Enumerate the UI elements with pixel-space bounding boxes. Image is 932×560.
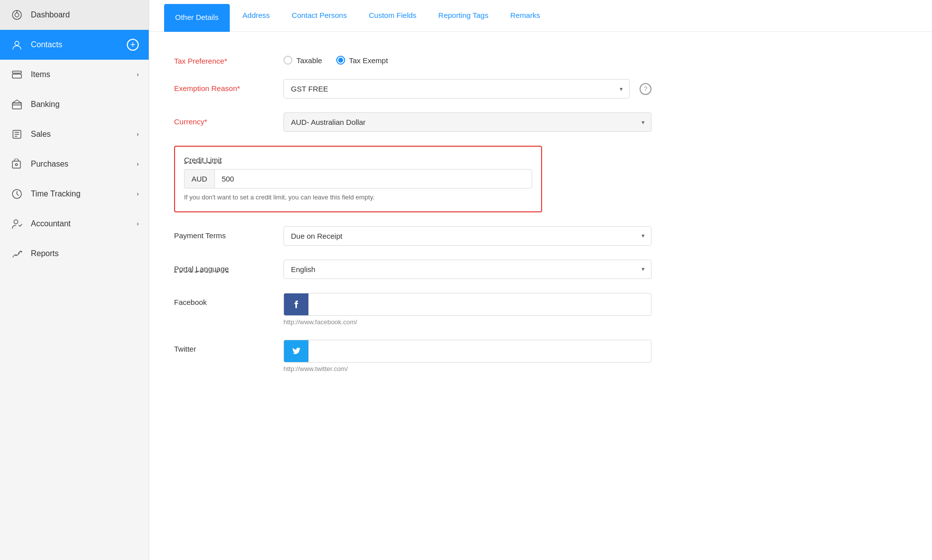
twitter-input-wrap	[283, 340, 652, 363]
facebook-controls: http://www.facebook.com/	[283, 293, 652, 326]
reports-icon	[10, 247, 24, 261]
exemption-reason-select[interactable]: GST FREE Other	[283, 79, 630, 98]
credit-limit-box: Credit Limit AUD If you don't want to se…	[174, 146, 542, 212]
svg-point-13	[18, 253, 20, 254]
svg-point-14	[21, 251, 22, 253]
currency-label: Currency*	[174, 112, 283, 126]
sidebar-item-label: Reports	[31, 249, 59, 258]
svg-point-1	[15, 13, 19, 17]
sidebar-item-accountant[interactable]: Accountant ›	[0, 209, 149, 239]
exemption-reason-label: Exemption Reason*	[174, 79, 283, 93]
sidebar-item-items[interactable]: Items ›	[0, 60, 149, 90]
sidebar-item-label: Contacts	[31, 40, 62, 49]
tab-contact-persons[interactable]: Contact Persons	[283, 0, 356, 32]
svg-rect-6	[12, 103, 21, 109]
currency-select[interactable]: AUD- Australian Dollar USD- US Dollar	[283, 112, 652, 132]
main-content: Other Details Address Contact Persons Cu…	[149, 0, 932, 560]
sidebar-item-label: Time Tracking	[31, 189, 81, 198]
payment-terms-select[interactable]: Due on Receipt Net 30 Net 60	[283, 226, 652, 246]
sidebar-item-label: Accountant	[31, 219, 71, 228]
twitter-controls: http://www.twitter.com/	[283, 340, 652, 373]
tax-exempt-radio[interactable]	[336, 56, 345, 65]
chevron-right-icon: ›	[137, 220, 139, 227]
clock-icon	[10, 187, 24, 201]
tab-remarks[interactable]: Remarks	[501, 0, 549, 32]
twitter-url-hint: http://www.twitter.com/	[283, 365, 652, 373]
facebook-url-hint: http://www.facebook.com/	[283, 318, 652, 326]
svg-point-3	[15, 41, 19, 45]
currency-controls: AUD- Australian Dollar USD- US Dollar ▾	[283, 112, 652, 132]
credit-limit-input-row: AUD	[184, 169, 532, 188]
svg-point-9	[15, 164, 17, 166]
twitter-label: Twitter	[174, 340, 283, 353]
portal-language-controls: English French Spanish ▾	[283, 260, 652, 279]
currency-select-wrap: AUD- Australian Dollar USD- US Dollar ▾	[283, 112, 652, 132]
credit-limit-label: Credit Limit	[184, 156, 532, 164]
banking-icon	[10, 97, 24, 111]
tab-reporting-tags[interactable]: Reporting Tags	[429, 0, 497, 32]
items-icon	[10, 68, 24, 82]
portal-language-label: Portal Language	[174, 260, 283, 273]
twitter-icon	[284, 340, 309, 362]
payment-terms-label: Payment Terms	[174, 226, 283, 240]
portal-language-select-wrap: English French Spanish ▾	[283, 260, 652, 279]
credit-limit-currency-badge: AUD	[184, 169, 214, 188]
sidebar-item-time-tracking[interactable]: Time Tracking ›	[0, 179, 149, 209]
tax-preference-label: Tax Preference*	[174, 52, 283, 65]
svg-rect-5	[12, 74, 21, 78]
chevron-right-icon: ›	[137, 131, 139, 138]
facebook-label: Facebook	[174, 293, 283, 306]
svg-rect-8	[12, 161, 20, 168]
tab-other-details[interactable]: Other Details	[164, 4, 230, 32]
currency-row: Currency* AUD- Australian Dollar USD- US…	[174, 112, 907, 132]
portal-language-row: Portal Language English French Spanish ▾	[174, 260, 907, 279]
twitter-input[interactable]	[309, 342, 651, 360]
tax-preference-row: Tax Preference* Taxable Tax Exempt	[174, 52, 907, 65]
sidebar-item-label: Purchases	[31, 160, 69, 169]
tab-bar: Other Details Address Contact Persons Cu…	[149, 0, 932, 32]
sidebar-item-reports[interactable]: Reports	[0, 239, 149, 269]
twitter-row: Twitter http://www.twitter.com/	[174, 340, 907, 373]
credit-limit-help-text: If you don't want to set a credit limit,…	[184, 192, 532, 202]
facebook-input-wrap	[283, 293, 652, 316]
exemption-reason-row: Exemption Reason* GST FREE Other ▾ ?	[174, 79, 907, 98]
sidebar-item-label: Banking	[31, 100, 60, 109]
contacts-add-button[interactable]: +	[127, 39, 139, 51]
taxable-radio[interactable]	[283, 56, 292, 65]
taxable-radio-label[interactable]: Taxable	[283, 56, 322, 65]
exemption-reason-help-icon[interactable]: ?	[640, 83, 652, 95]
sidebar-item-sales[interactable]: Sales ›	[0, 119, 149, 149]
tax-preference-controls: Taxable Tax Exempt	[283, 52, 652, 65]
tax-exempt-label: Tax Exempt	[349, 56, 388, 65]
sidebar-item-label: Dashboard	[31, 10, 70, 19]
exemption-reason-controls: GST FREE Other ▾ ?	[283, 79, 652, 98]
accountant-icon	[10, 217, 24, 231]
contacts-icon	[10, 38, 24, 52]
sales-icon	[10, 127, 24, 141]
chevron-right-icon: ›	[137, 161, 139, 168]
tab-custom-fields[interactable]: Custom Fields	[360, 0, 425, 32]
facebook-icon	[284, 293, 309, 315]
taxable-label: Taxable	[296, 56, 322, 65]
tab-address[interactable]: Address	[234, 0, 279, 32]
svg-point-12	[15, 255, 17, 256]
sidebar-item-label: Items	[31, 70, 50, 79]
exemption-reason-select-wrap: GST FREE Other ▾	[283, 79, 630, 98]
chevron-right-icon: ›	[137, 71, 139, 78]
sidebar-item-dashboard[interactable]: Dashboard	[0, 0, 149, 30]
credit-limit-input[interactable]	[214, 169, 532, 188]
sidebar-item-purchases[interactable]: Purchases ›	[0, 149, 149, 179]
tax-exempt-radio-label[interactable]: Tax Exempt	[336, 56, 388, 65]
credit-limit-row: Credit Limit AUD If you don't want to se…	[174, 146, 907, 212]
sidebar-item-contacts[interactable]: Contacts +	[0, 30, 149, 60]
tax-preference-radio-group: Taxable Tax Exempt	[283, 52, 652, 65]
sidebar-item-label: Sales	[31, 130, 51, 139]
form-area: Tax Preference* Taxable Tax Exempt Exemp…	[149, 32, 932, 560]
payment-terms-row: Payment Terms Due on Receipt Net 30 Net …	[174, 226, 907, 246]
payment-terms-select-wrap: Due on Receipt Net 30 Net 60 ▾	[283, 226, 652, 246]
portal-language-select[interactable]: English French Spanish	[283, 260, 652, 279]
facebook-input[interactable]	[309, 295, 651, 313]
sidebar-item-banking[interactable]: Banking	[0, 90, 149, 119]
sidebar: Dashboard Contacts + Items ›	[0, 0, 149, 560]
svg-rect-4	[12, 71, 21, 73]
